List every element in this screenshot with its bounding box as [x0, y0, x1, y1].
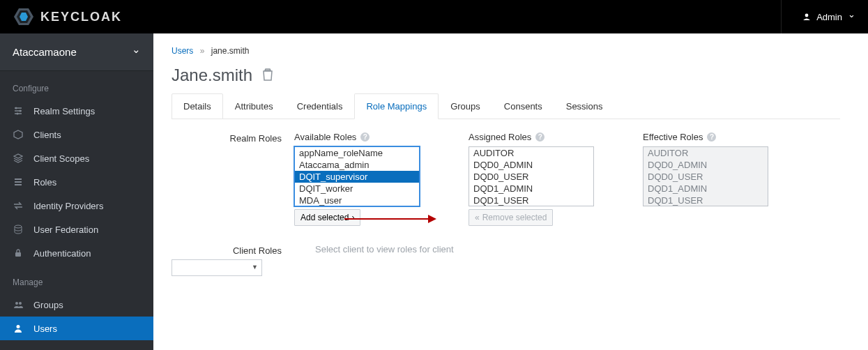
tab-groups[interactable]: Groups — [439, 93, 492, 119]
list-item[interactable]: DQD0_ADMIN — [469, 159, 593, 171]
svg-point-10 — [19, 302, 22, 305]
sidebar-item-label: Users — [33, 324, 57, 334]
svg-point-7 — [15, 225, 22, 228]
stack-icon — [13, 153, 24, 164]
delete-icon[interactable] — [262, 68, 273, 83]
svg-point-6 — [17, 113, 19, 115]
list-item[interactable]: MDA_user — [295, 195, 419, 206]
sidebar-item-users[interactable]: Users — [0, 317, 153, 340]
sidebar-item-label: Realm Settings — [33, 106, 95, 116]
realm-name: Ataccamaone — [13, 46, 77, 58]
tab-role-mappings[interactable]: Role Mappings — [354, 93, 439, 119]
tab-consents[interactable]: Consents — [492, 93, 554, 119]
chevron-down-icon — [132, 46, 141, 59]
add-selected-button[interactable]: Add selected › — [294, 209, 360, 226]
exchange-icon — [13, 200, 24, 211]
realm-roles-label: Realm Roles — [172, 132, 294, 226]
sidebar-item-realm-settings[interactable]: Realm Settings — [0, 99, 153, 123]
list-item[interactable]: DQD1_USER — [469, 195, 593, 206]
svg-point-5 — [20, 110, 22, 112]
brand-icon — [14, 8, 33, 25]
sidebar-item-identity-providers[interactable]: Identity Providers — [0, 194, 153, 218]
list-item[interactable]: DQD0_USER — [469, 171, 593, 183]
svg-rect-8 — [15, 252, 21, 257]
sidebar-item-client-scopes[interactable]: Client Scopes — [0, 146, 153, 170]
sliders-icon — [13, 105, 24, 116]
list-item[interactable]: AUDITOR — [469, 147, 593, 159]
available-roles-title: Available Roles — [294, 132, 356, 142]
user-icon — [802, 13, 811, 21]
realm-selector[interactable]: Ataccamaone — [0, 33, 153, 71]
client-select[interactable] — [172, 259, 262, 276]
group-icon — [13, 299, 24, 310]
database-icon — [13, 224, 24, 235]
list-item: AUDITOR — [644, 147, 768, 159]
main-content: Users » jane.smith Jane.smith DetailsAtt… — [153, 33, 868, 350]
sidebar-item-label: Groups — [33, 300, 63, 310]
sidebar-item-label: Clients — [33, 130, 61, 140]
list-item[interactable]: DQIT_worker — [295, 183, 419, 195]
sidebar-item-label: Roles — [33, 177, 56, 188]
list-item: DQD0_ADMIN — [644, 159, 768, 171]
svg-point-3 — [805, 14, 809, 17]
list-item[interactable]: Ataccama_admin — [295, 159, 419, 171]
tab-sessions[interactable]: Sessions — [554, 93, 615, 119]
brand: KEYCLOAK — [14, 8, 122, 25]
tab-attributes[interactable]: Attributes — [223, 93, 285, 119]
user-icon — [13, 323, 24, 334]
list-item: DQD1_USER — [644, 195, 768, 206]
breadcrumb-parent[interactable]: Users — [172, 46, 193, 56]
cube-icon — [13, 129, 24, 140]
sidebar: Ataccamaone Configure Realm SettingsClie… — [0, 33, 153, 350]
help-icon[interactable]: ? — [535, 132, 545, 142]
svg-point-4 — [15, 107, 17, 109]
breadcrumb-sep: » — [200, 46, 205, 56]
remove-selected-button[interactable]: « Remove selected — [469, 209, 553, 226]
sidebar-item-roles[interactable]: Roles — [0, 170, 153, 194]
client-roles-label: Client Roles — [172, 243, 294, 256]
sidebar-item-label: Identity Providers — [33, 201, 103, 211]
breadcrumb-current: jane.smith — [211, 46, 250, 56]
chevron-right-icon: › — [351, 213, 354, 222]
sidebar-item-label: Client Scopes — [33, 153, 89, 164]
tab-details[interactable]: Details — [172, 93, 223, 119]
brand-text: KEYCLOAK — [40, 10, 122, 24]
list-icon — [13, 176, 24, 188]
svg-point-11 — [17, 325, 20, 328]
sidebar-item-label: User Federation — [33, 225, 98, 235]
sidebar-item-label: Authentication — [33, 248, 91, 259]
help-icon[interactable]: ? — [707, 132, 716, 142]
lock-icon — [13, 248, 24, 259]
section-manage: Manage — [0, 265, 153, 293]
chevron-left-icon: « — [475, 213, 480, 222]
sidebar-item-groups[interactable]: Groups — [0, 293, 153, 317]
tabs: DetailsAttributesCredentialsRole Mapping… — [172, 93, 840, 119]
user-menu[interactable]: Admin — [781, 0, 855, 33]
available-roles-listbox[interactable]: appName_roleNameAtaccama_adminDQIT_super… — [294, 146, 420, 206]
page-title: Jane.smith — [172, 66, 252, 85]
user-label: Admin — [816, 12, 842, 22]
assigned-roles-title: Assigned Roles — [469, 132, 531, 142]
list-item[interactable]: DQIT_supervisor — [295, 171, 419, 183]
top-header: KEYCLOAK Admin — [0, 0, 868, 33]
svg-point-9 — [15, 302, 18, 305]
client-roles-hint: Select client to view roles for client — [315, 244, 454, 254]
section-configure: Configure — [0, 71, 153, 99]
list-item[interactable]: DQD1_ADMIN — [469, 183, 593, 195]
assigned-roles-listbox[interactable]: AUDITORDQD0_ADMINDQD0_USERDQD1_ADMINDQD1… — [469, 146, 594, 206]
sidebar-item-clients[interactable]: Clients — [0, 123, 153, 146]
list-item: DQD1_ADMIN — [644, 183, 768, 195]
tab-credentials[interactable]: Credentials — [285, 93, 355, 119]
chevron-down-icon — [848, 12, 855, 22]
list-item[interactable]: appName_roleName — [295, 147, 419, 159]
help-icon[interactable]: ? — [360, 132, 370, 142]
list-item: DQD0_USER — [644, 171, 768, 183]
effective-roles-listbox: AUDITORDQD0_ADMINDQD0_USERDQD1_ADMINDQD1… — [643, 146, 768, 206]
effective-roles-title: Effective Roles — [643, 132, 703, 142]
sidebar-item-user-federation[interactable]: User Federation — [0, 218, 153, 241]
sidebar-item-authentication[interactable]: Authentication — [0, 241, 153, 265]
breadcrumb: Users » jane.smith — [172, 46, 840, 56]
